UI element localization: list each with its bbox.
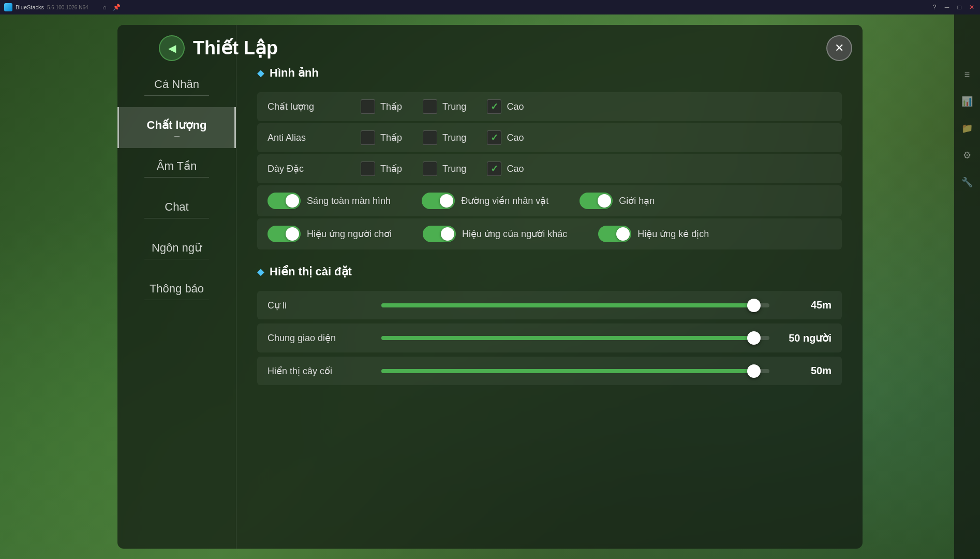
duong-vien-nhan-vat-group: Đường viền nhân vật: [422, 193, 548, 209]
hien-thi-cay-coi-value: 50m: [780, 365, 831, 377]
dd-trung-label: Trung: [442, 164, 466, 174]
hieu-ung-cua-nguoi-khac-label: Hiệu ứng của người khác: [462, 228, 567, 240]
duong-vien-nhan-vat-toggle[interactable]: [422, 193, 455, 209]
sidebar-item-am-tan[interactable]: Âm Tần: [117, 148, 236, 189]
cu-li-thumb[interactable]: [747, 299, 761, 312]
diamond-icon: ◆: [257, 67, 264, 79]
sidebar-item-ngon-ngu[interactable]: Ngôn ngữ: [117, 230, 236, 271]
day-dac-options: Thấp Trung Cao: [361, 161, 831, 176]
content-area: ◆ Hình ảnh Chất lượng Thấp Trung: [236, 25, 863, 549]
hieu-ung-ke-dich-group: Hiệu ứng kẻ địch: [598, 226, 709, 242]
chat-luong-label: Chất lượng: [268, 101, 350, 112]
cao-checkbox-checked[interactable]: [487, 99, 501, 114]
cu-li-slider[interactable]: [381, 303, 769, 307]
hien-thi-header: ◆ Hiển thị cài đặt: [257, 265, 842, 278]
hien-thi-cay-coi-fill: [381, 369, 754, 373]
aa-trung-checkbox[interactable]: [423, 130, 437, 145]
aa-cao-checkbox-checked[interactable]: [487, 130, 501, 145]
sang-toan-man-hinh-toggle[interactable]: [268, 193, 301, 209]
right-icon-4[interactable]: ⚙: [959, 147, 975, 164]
hieu-ung-ke-dich-toggle[interactable]: [598, 226, 631, 242]
hieu-ung-cua-nguoi-khac-toggle[interactable]: [423, 226, 456, 242]
chung-giao-dien-slider[interactable]: [381, 336, 769, 340]
bluestacks-logo-icon: [4, 3, 12, 11]
chung-giao-dien-value: 50 người: [780, 332, 831, 344]
toggle-knob-4: [286, 227, 299, 241]
close-button[interactable]: ✕: [826, 35, 852, 61]
settings-panel: ◀ Thiết Lập ✕ Cá Nhân Chất lượng Âm Tần …: [117, 25, 863, 549]
hien-thi-cay-coi-label: Hiển thị cây cối: [268, 365, 371, 377]
day-dac-thap[interactable]: Thấp: [361, 161, 402, 176]
right-sidebar: ≡ 📊 📁 ⚙ 🔧: [954, 14, 980, 559]
dd-thap-checkbox[interactable]: [361, 161, 375, 176]
app-version: 5.6.100.1026 N64: [47, 5, 88, 10]
trung-checkbox[interactable]: [423, 99, 437, 114]
toggle-knob-1: [286, 194, 299, 208]
sidebar-item-chat[interactable]: Chat: [117, 189, 236, 230]
aa-thap-checkbox[interactable]: [361, 130, 375, 145]
duong-vien-nhan-vat-label: Đường viền nhân vật: [461, 195, 548, 207]
sidebar: Cá Nhân Chất lượng Âm Tần Chat Ngôn ngữ …: [117, 25, 236, 549]
chat-luong-options: Thấp Trung Cao: [361, 99, 831, 114]
gioi-han-group: Giới hạn: [580, 193, 655, 209]
anti-alias-options: Thấp Trung Cao: [361, 130, 831, 145]
toggle-knob-6: [616, 227, 630, 241]
pin-icon[interactable]: 📌: [113, 4, 121, 11]
day-dac-cao[interactable]: Cao: [487, 161, 524, 176]
chung-giao-dien-fill: [381, 336, 754, 340]
chung-giao-dien-label: Chung giao diện: [268, 332, 371, 344]
dd-cao-checkbox-checked[interactable]: [487, 161, 501, 176]
chung-giao-dien-thumb[interactable]: [747, 331, 761, 345]
dd-trung-checkbox[interactable]: [423, 161, 437, 176]
gioi-han-toggle[interactable]: [580, 193, 613, 209]
chung-giao-dien-row: Chung giao diện 50 người: [257, 323, 842, 352]
sidebar-item-thong-bao[interactable]: Thông báo: [117, 271, 236, 312]
thap-checkbox[interactable]: [361, 99, 375, 114]
titlebar-icons: ⌂ 📌: [103, 4, 121, 11]
chat-luong-cao[interactable]: Cao: [487, 99, 524, 114]
close-icon: ✕: [835, 41, 844, 55]
aa-thap-label: Thấp: [380, 132, 402, 143]
home-icon[interactable]: ⌂: [103, 4, 107, 11]
sidebar-item-chat-luong[interactable]: Chất lượng: [117, 107, 236, 148]
cu-li-row: Cự li 45m: [257, 291, 842, 319]
right-icon-1[interactable]: ≡: [959, 66, 975, 83]
sidebar-item-ca-nhan[interactable]: Cá Nhân: [117, 66, 236, 107]
hien-thi-cay-coi-slider[interactable]: [381, 369, 769, 373]
hieu-ung-cua-nguoi-khac-group: Hiệu ứng của người khác: [423, 226, 567, 242]
right-icon-2[interactable]: 📊: [959, 93, 975, 110]
hinh-anh-header: ◆ Hình ảnh: [257, 66, 842, 80]
aa-trung-label: Trung: [442, 133, 466, 143]
day-dac-trung[interactable]: Trung: [423, 161, 466, 176]
anti-alias-cao[interactable]: Cao: [487, 130, 524, 145]
hieu-ung-nguoi-choi-toggle[interactable]: [268, 226, 301, 242]
trung-label: Trung: [442, 101, 466, 112]
hien-thi-section: ◆ Hiển thị cài đặt Cự li 45m: [257, 265, 842, 385]
title-bar: BlueStacks 5.6.100.1026 N64 ⌂ 📌 ? ─ □ ✕: [0, 0, 980, 14]
right-icon-3[interactable]: 📁: [959, 120, 975, 137]
chat-luong-row: Chất lượng Thấp Trung Cao: [257, 92, 842, 121]
maximize-icon[interactable]: □: [955, 3, 963, 11]
chat-luong-thap[interactable]: Thấp: [361, 99, 402, 114]
back-button[interactable]: ◀: [159, 35, 185, 61]
diamond-icon-2: ◆: [257, 266, 264, 277]
hien-thi-cay-coi-thumb[interactable]: [747, 364, 761, 378]
window-close-icon[interactable]: ✕: [968, 3, 976, 11]
cu-li-label: Cự li: [268, 300, 371, 311]
hien-thi-cay-coi-track: [381, 369, 769, 373]
hieu-ung-ke-dich-label: Hiệu ứng kẻ địch: [637, 228, 709, 240]
dd-thap-label: Thấp: [380, 163, 402, 174]
sang-toan-man-hinh-group: Sáng toàn màn hình: [268, 193, 391, 209]
help-icon[interactable]: ?: [930, 3, 939, 11]
anti-alias-thap[interactable]: Thấp: [361, 130, 402, 145]
toggle-row-1: Sáng toàn màn hình Đường viền nhân vật G…: [257, 185, 842, 216]
day-dac-label: Dày Đặc: [268, 163, 350, 174]
cu-li-value: 45m: [780, 299, 831, 311]
anti-alias-trung[interactable]: Trung: [423, 130, 466, 145]
right-icon-5[interactable]: 🔧: [959, 174, 975, 190]
sang-toan-man-hinh-label: Sáng toàn màn hình: [307, 196, 391, 207]
minimize-icon[interactable]: ─: [943, 3, 951, 11]
cao-label: Cao: [507, 101, 524, 112]
hieu-ung-nguoi-choi-group: Hiệu ứng người chơi: [268, 226, 392, 242]
chat-luong-trung[interactable]: Trung: [423, 99, 466, 114]
